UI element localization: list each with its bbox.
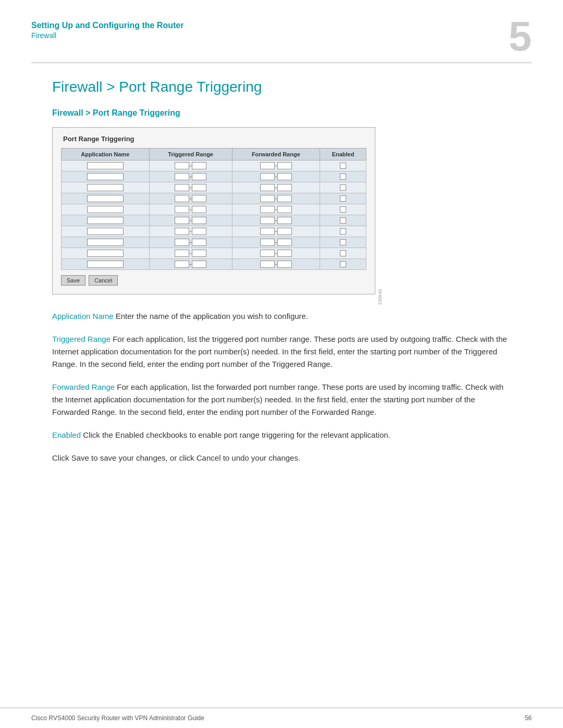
fwd-start[interactable] [260,206,275,213]
footer-right: 56 [525,714,532,722]
trig-end[interactable] [192,217,206,224]
fwd-start[interactable] [260,173,275,180]
trig-start[interactable] [175,184,189,191]
trig-end[interactable] [192,261,206,268]
trig-end[interactable] [192,173,206,180]
app-name-input[interactable] [87,228,124,235]
footer: Cisco RVS4000 Security Router with VPN A… [0,708,563,728]
app-name-input[interactable] [87,239,124,246]
col-forwarded: Forwarded Range [232,149,320,161]
app-name-input[interactable] [87,184,124,191]
enabled-checkbox[interactable] [340,163,346,169]
enabled-checkbox[interactable] [340,261,346,267]
chapter-subtitle: Firewall [31,31,183,40]
fwd-end[interactable] [277,228,292,235]
desc-enabled-text: Click the Enabled checkbooks to enable p… [81,430,390,439]
trig-start[interactable] [175,239,189,246]
table-row: - - [62,193,366,204]
desc-enabled: Enabled Click the Enabled checkbooks to … [52,429,511,441]
table-row: - - [62,182,366,193]
fwd-end[interactable] [277,217,292,224]
trig-start[interactable] [175,162,189,169]
section-heading: Firewall > Port Range Triggering [52,108,511,118]
fwd-end[interactable] [277,162,292,169]
fwd-end[interactable] [277,173,292,180]
enabled-checkbox[interactable] [340,206,346,213]
trig-start[interactable] [175,195,189,202]
desc-application-name-text: Enter the name of the application you wi… [114,312,309,320]
ui-buttons: Save Cancel [61,275,366,286]
trig-start[interactable] [175,228,189,235]
fwd-end[interactable] [277,250,292,257]
app-name-input[interactable] [87,162,124,169]
fwd-start[interactable] [260,162,275,169]
enabled-checkbox[interactable] [340,184,346,191]
fwd-start[interactable] [260,228,275,235]
trig-end[interactable] [192,195,206,202]
app-name-input[interactable] [87,206,124,213]
fwd-start[interactable] [260,184,275,191]
term-triggered-range: Triggered Range [52,335,111,343]
col-triggered: Triggered Range [149,149,232,161]
table-row: - - [62,215,366,226]
trig-end[interactable] [192,250,206,257]
trig-end[interactable] [192,239,206,246]
app-name-input[interactable] [87,261,124,268]
table-row: - - [62,259,366,270]
trig-end[interactable] [192,184,206,191]
trig-end[interactable] [192,228,206,235]
trig-end[interactable] [192,162,206,169]
fwd-end[interactable] [277,195,292,202]
enabled-checkbox[interactable] [340,217,346,224]
watermark: 235649 [377,289,383,305]
desc-forwarded-range-text: For each application, list the forwarded… [52,382,504,416]
fwd-end[interactable] [277,184,292,191]
table-row: - - [62,161,366,171]
trig-start[interactable] [175,217,189,224]
header-titles: Setting Up and Configuring the Router Fi… [31,21,183,40]
ui-box-title: Port Range Triggering [61,135,366,143]
fwd-start[interactable] [260,195,275,202]
app-name-input[interactable] [87,217,124,224]
table-row: - - [62,204,366,215]
fwd-end[interactable] [277,206,292,213]
footer-left: Cisco RVS4000 Security Router with VPN A… [31,714,204,722]
enabled-checkbox[interactable] [340,250,346,256]
table-row: - - [62,171,366,182]
trig-end[interactable] [192,206,206,213]
fwd-start[interactable] [260,217,275,224]
desc-application-name: Application Name Enter the name of the a… [52,310,511,323]
fwd-start[interactable] [260,250,275,257]
closing-paragraph: Click Save to save your changes, or clic… [52,452,511,464]
enabled-checkbox[interactable] [340,228,346,235]
header-top-line: Setting Up and Configuring the Router Fi… [31,21,532,57]
enabled-checkbox[interactable] [340,174,346,180]
fwd-start[interactable] [260,261,275,268]
save-button[interactable]: Save [61,275,85,286]
desc-forwarded-range: Forwarded Range For each application, li… [52,381,511,418]
app-name-input[interactable] [87,195,124,202]
fwd-start[interactable] [260,239,275,246]
main-content: Firewall > Port Range Triggering Firewal… [0,63,563,506]
page-wrapper: Setting Up and Configuring the Router Fi… [0,0,563,728]
ui-screenshot-box: Port Range Triggering Application Name T… [52,127,375,294]
table-row: - - [62,248,366,259]
header: Setting Up and Configuring the Router Fi… [0,0,563,57]
enabled-checkbox[interactable] [340,239,346,245]
table-row: - - [62,237,366,248]
enabled-checkbox[interactable] [340,195,346,202]
page-heading: Firewall > Port Range Triggering [52,79,511,95]
trig-start[interactable] [175,206,189,213]
cancel-button[interactable]: Cancel [89,275,118,286]
trig-start[interactable] [175,250,189,257]
col-app-name: Application Name [62,149,150,161]
fwd-end[interactable] [277,239,292,246]
app-name-input[interactable] [87,250,124,257]
app-name-input[interactable] [87,173,124,180]
term-forwarded-range: Forwarded Range [52,382,115,391]
port-range-table: Application Name Triggered Range Forward… [61,148,366,270]
trig-start[interactable] [175,261,189,268]
fwd-end[interactable] [277,261,292,268]
desc-triggered-range: Triggered Range For each application, li… [52,333,511,371]
trig-start[interactable] [175,173,189,180]
